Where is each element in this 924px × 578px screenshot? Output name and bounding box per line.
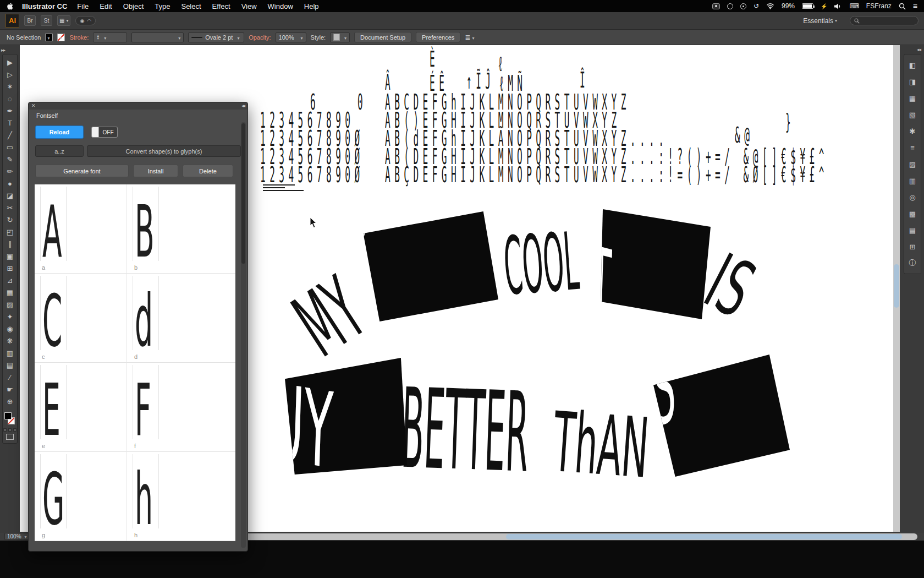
fontself-tab[interactable]: Fontself [29,110,248,121]
canvas-vertical-scrollbar[interactable] [893,45,900,532]
glyph-cell-f[interactable]: Ff [127,363,235,452]
glyph-cell-a[interactable]: Aa [35,184,127,274]
stock-button[interactable]: St [41,15,52,26]
gpu-performance-pill[interactable]: ◉◠ [75,16,96,25]
notification-center-icon[interactable]: ≡ [913,2,917,10]
search-field[interactable] [850,16,919,25]
document-setup-button[interactable]: Document Setup [354,32,411,42]
menu-file[interactable]: File [77,2,89,10]
free-transform-tool[interactable]: ▣ [3,250,17,262]
artwork-banner-font[interactable]: FONT [601,209,711,319]
artboard-tool[interactable]: ▤ [3,359,17,371]
glyph-cell-g[interactable]: Gg [35,452,127,541]
spotlight-icon[interactable] [899,3,906,10]
lasso-tool[interactable]: ◌ [3,92,17,105]
horizontal-scroll-thumb[interactable] [506,534,902,539]
status-ring-icon[interactable] [727,3,733,9]
menu-window[interactable]: Window [268,2,293,10]
install-button[interactable]: Install [133,165,178,177]
transparency-panel-icon[interactable]: ▥ [904,175,921,187]
paintbrush-tool[interactable]: ✎ [3,153,17,165]
stroke-weight-combo[interactable]: ▲▼ [93,32,127,42]
menu-effect[interactable]: Effect [212,2,230,10]
delete-button[interactable]: Delete [183,165,233,177]
keyboard-input-icon[interactable]: ⌨ [849,2,859,10]
battery-icon[interactable] [802,3,813,9]
draw-inside-button[interactable] [13,428,16,432]
symbol-sprayer-tool[interactable]: ❋ [3,335,17,347]
time-machine-icon[interactable]: ↺ [754,2,759,10]
hand-tool[interactable]: ☛ [3,383,17,395]
az-range-button[interactable]: a..z [35,145,84,157]
artwork-glyph-row[interactable]: Î [580,69,589,91]
mesh-tool[interactable]: ▦ [3,286,17,298]
screen-recorder-icon[interactable] [712,3,720,9]
panel-scroll-thumb[interactable] [241,123,245,264]
pencil-tool[interactable]: ✏ [3,165,17,177]
draw-behind-button[interactable] [8,428,12,432]
glyph-cell-c[interactable]: Cc [35,274,127,363]
opacity-combo[interactable]: 100% [276,32,306,42]
type-tool[interactable]: T [3,117,17,129]
arrange-documents-button[interactable]: ▦ [57,15,70,26]
width-tool[interactable]: ∥ [3,238,17,250]
zoom-combo[interactable]: 100% [4,533,30,540]
perspective-grid-tool[interactable]: ⊿ [3,274,17,286]
sketch-lines[interactable] [263,184,304,193]
style-combo[interactable] [330,32,350,42]
artwork-glyph-row[interactable]: 1234567890Ø [260,164,364,186]
align-options-button[interactable]: ≣ [465,34,474,41]
color-guide-panel-icon[interactable]: ◨ [904,75,921,88]
zoom-tool[interactable]: ⊕ [3,395,17,407]
blend-tool[interactable]: ◉ [3,323,17,335]
user-menu[interactable]: FSFranz [866,2,892,10]
gradient-tool[interactable]: ▨ [3,298,17,310]
close-icon[interactable]: ✕ [31,103,36,108]
artwork-banner-super[interactable]: SUPER [362,211,498,321]
shape-builder-tool[interactable]: ⊞ [3,262,17,274]
symbols-panel-icon[interactable]: ✱ [904,125,921,137]
direct-selection-tool[interactable]: ▷ [3,68,17,80]
menu-select[interactable]: Select [181,2,201,10]
preferences-button[interactable]: Preferences [416,32,460,42]
bridge-button[interactable]: Br [24,15,36,26]
selection-tool[interactable]: ▶ [3,56,17,68]
brush-definition-combo[interactable]: Ovale 2 pt [188,32,244,42]
reload-button[interactable]: Reload [35,126,84,139]
fontself-panel-header[interactable]: ✕ ◂◂ [29,102,248,110]
scale-tool[interactable]: ◰ [3,226,17,238]
artwork-glyph-row[interactable]: ABÇDEFGHIJKLMNOPQRSTUVWXYZ...:!=()+=/ &Ø… [385,164,828,186]
workspace-switcher[interactable]: Essentials [803,17,837,25]
artboards-panel-icon[interactable]: ⊞ [904,241,921,253]
menu-object[interactable]: Object [123,2,144,10]
stroke-panel-icon[interactable]: ≡ [904,141,921,154]
artwork-glyph-row[interactable]: 0 [358,91,367,113]
menu-help[interactable]: Help [304,2,319,10]
magic-wand-tool[interactable]: ✶ [3,80,17,92]
menu-edit[interactable]: Edit [100,2,112,10]
pen-tool[interactable]: ✒ [3,105,17,117]
stroke-weight-stepper[interactable]: ▲▼ [96,35,100,40]
panel-scrollbar[interactable] [241,122,246,548]
generate-font-button[interactable]: Generate font [35,165,129,177]
swatches-panel-icon[interactable]: ▦ [904,92,921,104]
artwork-glyph-row[interactable]: &@ [735,124,754,146]
info-panel-icon[interactable]: ⓘ [904,257,921,269]
glyph-cell-b[interactable]: Bb [127,184,235,274]
fill-color-swatch[interactable] [4,412,12,419]
status-dot-icon[interactable] [740,3,746,9]
gradient-panel-icon[interactable]: ▨ [904,158,921,170]
expand-panel-icon[interactable]: ▸▸ [1,47,5,53]
stroke-link[interactable]: Stroke: [69,34,89,41]
artwork-glyph-row[interactable]: } [785,111,795,133]
collapse-panel-icon[interactable]: ◂◂ [241,103,244,108]
fill-stroke-indicator[interactable] [3,411,17,427]
rectangle-tool[interactable]: ▭ [3,141,17,153]
volume-icon[interactable] [834,3,842,9]
blob-brush-tool[interactable]: ● [3,177,17,189]
eyedropper-tool[interactable]: ✦ [3,310,17,323]
glyph-cell-d[interactable]: dd [127,274,235,363]
width-profile-combo[interactable] [131,32,184,42]
artwork-glyph-row[interactable]: È [430,48,439,70]
convert-to-glyphs-button[interactable]: Convert shape(s) to glyph(s) [87,145,241,157]
